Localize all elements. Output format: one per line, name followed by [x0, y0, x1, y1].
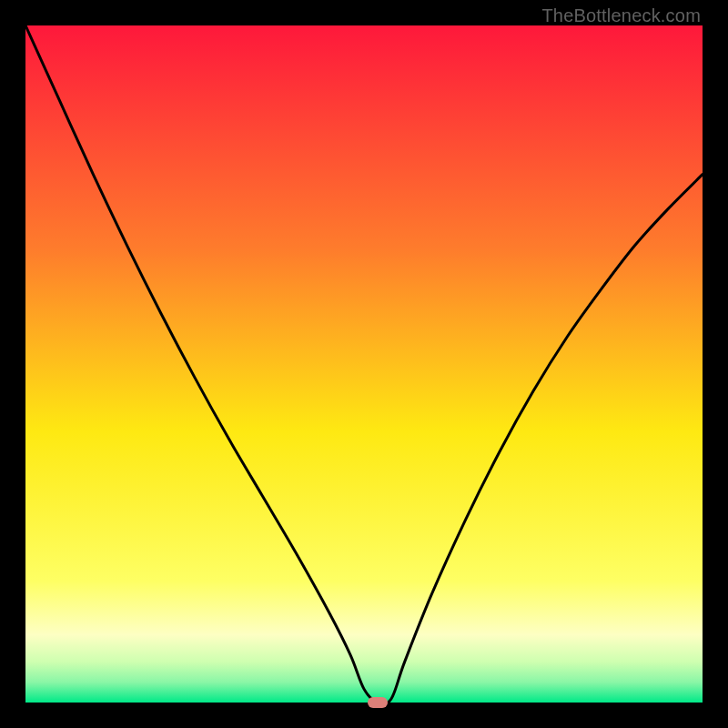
- watermark-text: TheBottleneck.com: [541, 5, 701, 26]
- bottleneck-curve: [25, 25, 703, 703]
- plot-area: [25, 25, 703, 703]
- chart-frame: TheBottleneck.com: [0, 0, 728, 728]
- optimal-marker: [368, 697, 388, 708]
